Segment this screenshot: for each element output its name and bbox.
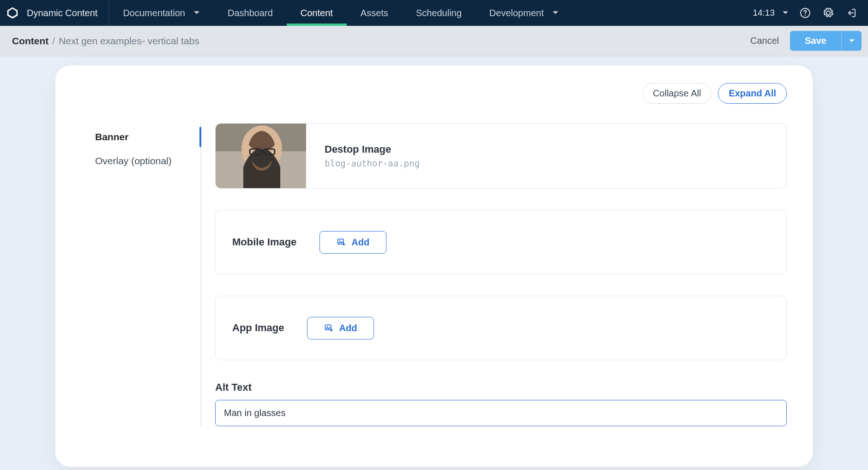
logout-icon[interactable] [845, 6, 858, 19]
vertical-tabs: Banner Overlay (optional) [81, 123, 201, 426]
nav-label: Documentation [123, 8, 185, 18]
alt-text-field: Alt Text [215, 381, 787, 426]
nav-time-value: 14:13 [753, 8, 775, 18]
nav-label: Scheduling [416, 8, 462, 18]
expand-all-button[interactable]: Expand All [718, 83, 787, 104]
desktop-image-label: Destop Image [325, 143, 420, 155]
cancel-button[interactable]: Cancel [750, 36, 779, 46]
nav-item-dashboard[interactable]: Dashboard [214, 0, 287, 26]
image-add-icon [337, 238, 346, 247]
tab-label: Overlay (optional) [95, 155, 172, 166]
save-button[interactable]: Save [790, 31, 841, 51]
add-button-label: Add [351, 237, 369, 248]
nav-item-content[interactable]: Content [287, 0, 347, 26]
help-icon[interactable] [799, 6, 812, 19]
app-image-row: App Image Add [232, 317, 374, 339]
nav-label: Dashboard [228, 8, 273, 18]
nav-label: Development [489, 8, 544, 18]
breadcrumb-separator: / [52, 36, 55, 47]
nav-item-development[interactable]: Development [476, 0, 573, 26]
breadcrumb: Content / Next gen examples- vertical ta… [12, 36, 199, 47]
nav-time-selector[interactable]: 14:13 [753, 8, 789, 18]
nav-label: Assets [361, 8, 388, 18]
chevron-down-icon [782, 10, 789, 16]
svg-point-1 [805, 15, 806, 16]
save-button-group: Save [790, 31, 862, 51]
add-button-label: Add [339, 323, 357, 333]
gear-icon[interactable] [822, 6, 835, 19]
image-add-icon [324, 323, 333, 333]
form-column: Destop Image blog-author-aa.png Mobile I… [201, 123, 787, 426]
nav-main: Documentation Dashboard Content Assets S… [109, 0, 742, 26]
subbar-actions: Cancel Save [750, 31, 862, 51]
tab-overlay[interactable]: Overlay (optional) [81, 149, 200, 173]
app-image-card: App Image Add [215, 296, 787, 360]
alt-text-input[interactable] [215, 400, 787, 426]
alt-text-label: Alt Text [215, 381, 787, 393]
expand-collapse-controls: Collapse All Expand All [81, 83, 787, 104]
breadcrumb-page: Next gen examples- vertical tabs [59, 36, 199, 47]
nav-item-documentation[interactable]: Documentation [109, 0, 214, 26]
desktop-image-filename: blog-author-aa.png [325, 158, 420, 168]
editor-grid: Banner Overlay (optional) [81, 123, 787, 426]
collapse-all-button[interactable]: Collapse All [642, 83, 712, 104]
tab-banner[interactable]: Banner [81, 125, 200, 149]
brand-logo-icon [6, 6, 19, 20]
mobile-image-label: Mobile Image [232, 236, 296, 248]
nav-right: 14:13 [742, 0, 868, 26]
canvas-wrap: Collapse All Expand All Banner Overlay (… [0, 56, 868, 467]
desktop-image-card[interactable]: Destop Image blog-author-aa.png [215, 123, 787, 189]
brand-title: Dynamic Content [27, 8, 97, 18]
desktop-image-body: Destop Image blog-author-aa.png [306, 143, 438, 168]
mobile-image-card: Mobile Image Add [215, 210, 787, 274]
tab-label: Banner [95, 131, 128, 142]
app-image-label: App Image [232, 322, 284, 334]
chevron-down-icon [193, 10, 200, 16]
nav-label: Content [301, 8, 333, 18]
save-dropdown-button[interactable] [841, 31, 862, 51]
top-navigation: Dynamic Content Documentation Dashboard … [0, 0, 868, 26]
sub-action-bar: Content / Next gen examples- vertical ta… [0, 26, 868, 56]
add-app-image-button[interactable]: Add [307, 317, 374, 339]
mobile-image-row: Mobile Image Add [232, 231, 386, 254]
editor-canvas: Collapse All Expand All Banner Overlay (… [55, 65, 813, 467]
nav-item-scheduling[interactable]: Scheduling [402, 0, 476, 26]
brand-area: Dynamic Content [0, 0, 109, 26]
breadcrumb-root[interactable]: Content [12, 36, 48, 47]
chevron-down-icon [552, 10, 559, 16]
add-mobile-image-button[interactable]: Add [319, 231, 386, 254]
desktop-image-thumbnail [216, 124, 306, 188]
nav-item-assets[interactable]: Assets [347, 0, 402, 26]
